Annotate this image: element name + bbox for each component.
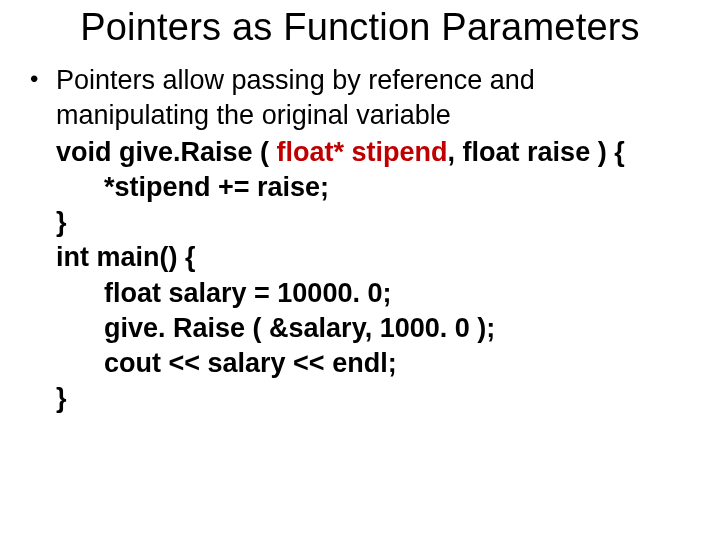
slide-title: Pointers as Function Parameters <box>30 6 690 49</box>
slide-body: • Pointers allow passing by reference an… <box>30 63 690 416</box>
bullet-item: • Pointers allow passing by reference an… <box>30 63 690 133</box>
bullet-text: Pointers allow passing by reference and … <box>56 63 690 133</box>
code-line-4: int main() { <box>56 240 690 275</box>
code-l1a: void give.Raise ( <box>56 137 277 167</box>
bullet-dot: • <box>30 63 56 94</box>
code-l1c: , float raise ) { <box>448 137 625 167</box>
code-l1b-red: float* stipend <box>277 137 448 167</box>
code-line-5: float salary = 10000. 0; <box>56 276 690 311</box>
code-line-6: give. Raise ( &salary, 1000. 0 ); <box>56 311 690 346</box>
code-line-3: } <box>56 205 690 240</box>
code-line-7: cout << salary << endl; <box>56 346 690 381</box>
code-block: void give.Raise ( float* stipend, float … <box>30 135 690 416</box>
slide: Pointers as Function Parameters • Pointe… <box>0 0 720 540</box>
code-line-8: } <box>56 381 690 416</box>
code-line-1: void give.Raise ( float* stipend, float … <box>56 135 690 170</box>
code-line-2: *stipend += raise; <box>56 170 690 205</box>
